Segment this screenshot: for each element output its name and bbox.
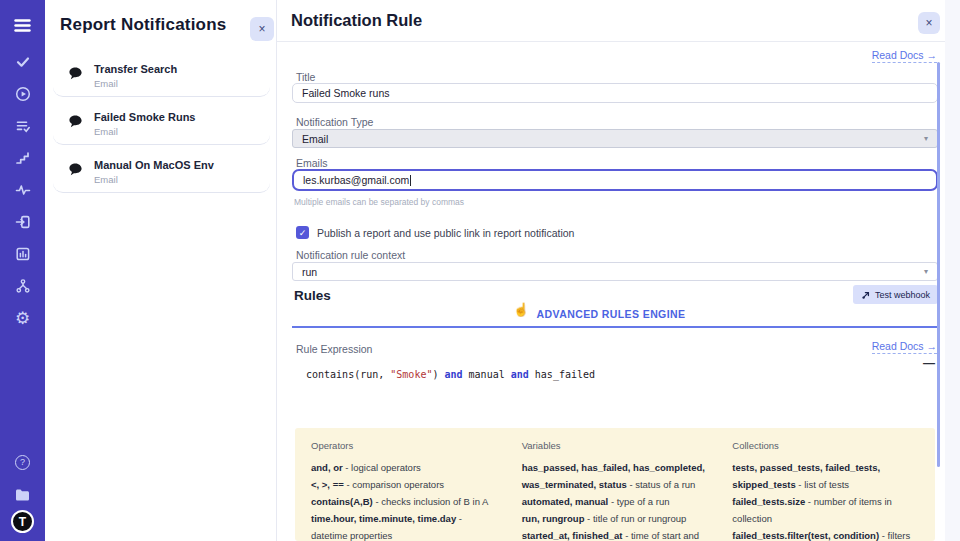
context-value: run xyxy=(302,266,317,278)
column-entries: and, or - logical operators<, >, == - co… xyxy=(311,459,498,541)
column-title: Operators xyxy=(311,440,498,451)
hand-cursor-icon: ☝ xyxy=(513,302,529,317)
play-circle-icon[interactable] xyxy=(0,78,45,110)
notification-title: Transfer Search xyxy=(94,63,177,75)
chevron-down-icon: ▾ xyxy=(924,267,928,276)
notification-channel: Email xyxy=(94,174,214,185)
collections-column: Collections tests, passed_tests, failed_… xyxy=(732,440,919,529)
report-notifications-panel: Report Notifications × Transfer Search E… xyxy=(45,0,277,541)
title-input[interactable]: Failed Smoke runs xyxy=(292,83,938,103)
menu-icon[interactable] xyxy=(0,9,45,41)
publish-checkbox[interactable]: ✓ xyxy=(296,226,309,239)
notification-type-label: Notification Type xyxy=(296,116,373,128)
column-title: Collections xyxy=(732,440,919,451)
chat-bubble-icon xyxy=(67,162,84,177)
rules-help-panel: Operators and, or - logical operators<, … xyxy=(295,428,935,541)
list-item[interactable]: Manual On MacOS Env Email xyxy=(53,150,270,193)
settings-gear-icon[interactable]: ⚙ xyxy=(0,302,45,334)
test-webhook-label: Test webhook xyxy=(875,290,930,300)
chat-bubble-icon xyxy=(67,114,84,129)
branch-icon[interactable] xyxy=(0,270,45,302)
emails-label: Emails xyxy=(296,157,328,169)
test-webhook-button[interactable]: Test webhook xyxy=(853,285,938,304)
publish-checkbox-row: ✓ Publish a report and use public link i… xyxy=(296,226,574,239)
webhook-arrow-icon xyxy=(861,290,871,300)
column-entries: has_passed, has_failed, has_completed, w… xyxy=(522,459,709,541)
rules-heading: Rules xyxy=(294,288,331,303)
publish-checkbox-label: Publish a report and use public link in … xyxy=(317,227,574,239)
column-entries: tests, passed_tests, failed_tests, skipp… xyxy=(732,459,919,541)
read-docs-link[interactable]: Read Docs → xyxy=(872,340,937,354)
chat-bubble-icon xyxy=(67,66,84,81)
emails-hint: Multiple emails can be separated by comm… xyxy=(294,197,464,207)
page-title: Notification Rule xyxy=(291,11,422,30)
reports-chart-icon[interactable] xyxy=(0,238,45,270)
check-icon[interactable] xyxy=(0,46,45,78)
read-docs-link[interactable]: Read Docs → xyxy=(872,49,937,63)
library-icon[interactable] xyxy=(0,478,45,510)
activity-icon[interactable] xyxy=(0,174,45,206)
notification-channel: Email xyxy=(94,126,195,137)
vertical-scrollbar[interactable] xyxy=(937,62,940,467)
notification-type-value: Email xyxy=(302,133,328,145)
list-item[interactable]: Transfer Search Email xyxy=(53,54,270,97)
main-header: Notification Rule × xyxy=(277,0,945,42)
notification-title: Manual On MacOS Env xyxy=(94,159,214,171)
notification-type-select[interactable]: Email ▾ xyxy=(292,129,938,148)
rule-expression-editor[interactable]: contains(run, "Smoke") and manual and ha… xyxy=(306,369,595,380)
tab-active-indicator xyxy=(292,326,938,328)
sidebar: ⚙ ? T xyxy=(0,0,45,541)
steps-icon[interactable] xyxy=(0,142,45,174)
operators-column: Operators and, or - logical operators<, … xyxy=(311,440,498,529)
emails-value: les.kurbas@gmail.com xyxy=(303,174,409,186)
chevron-down-icon: ▾ xyxy=(924,134,928,143)
panel-title: Report Notifications xyxy=(60,15,226,35)
app-logo[interactable]: T xyxy=(11,510,34,533)
context-select[interactable]: run ▾ xyxy=(292,262,938,281)
notification-rule-panel: Notification Rule × Read Docs → Title Fa… xyxy=(277,0,945,541)
tab-advanced-rules-engine[interactable]: ADVANCED RULES ENGINE xyxy=(277,308,945,320)
notification-title: Failed Smoke Runs xyxy=(94,111,195,123)
notification-list: Transfer Search Email Failed Smoke Runs … xyxy=(53,54,270,198)
app-window: ⚙ ? T Report Notifications × Transfer Se… xyxy=(0,0,960,541)
rule-expression-label: Rule Expression xyxy=(296,343,372,355)
panel-close-button[interactable]: × xyxy=(250,17,274,41)
help-icon[interactable]: ? xyxy=(0,446,45,478)
collapse-editor-handle[interactable]: — xyxy=(923,356,935,370)
variables-column: Variables has_passed, has_failed, has_co… xyxy=(522,440,709,529)
column-title: Variables xyxy=(522,440,709,451)
context-label: Notification rule context xyxy=(296,249,405,261)
task-list-icon[interactable] xyxy=(0,110,45,142)
emails-input[interactable]: les.kurbas@gmail.com xyxy=(292,169,938,191)
sign-in-icon[interactable] xyxy=(0,206,45,238)
title-value: Failed Smoke runs xyxy=(302,87,390,99)
text-cursor xyxy=(410,175,411,186)
main-close-button[interactable]: × xyxy=(918,12,940,34)
list-item[interactable]: Failed Smoke Runs Email xyxy=(53,102,270,145)
title-label: Title xyxy=(296,71,315,83)
notification-channel: Email xyxy=(94,78,177,89)
